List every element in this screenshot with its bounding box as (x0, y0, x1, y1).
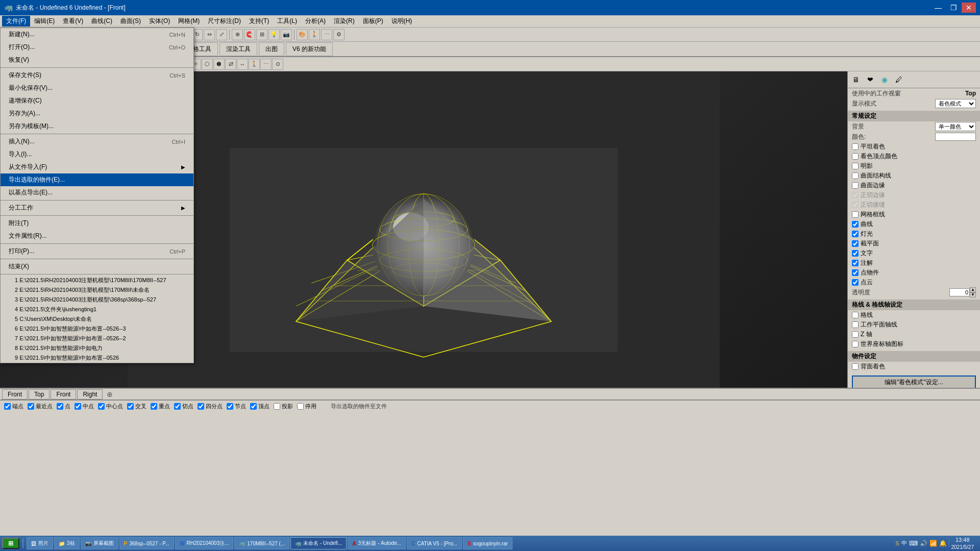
menu-edit[interactable]: 编辑(E) (30, 16, 59, 27)
status-nearest[interactable]: 最近点 (28, 403, 53, 410)
status-knot2[interactable]: 节点 (227, 403, 246, 410)
dm-recent-4[interactable]: 4 E:\2021.5\文件夹\jiushengting1 (1, 305, 193, 314)
panel-annotations-cb[interactable] (852, 260, 859, 266)
dm-import-file[interactable]: 从文件导入(F) ▶ (1, 161, 193, 173)
start-button[interactable]: ⊞ (2, 538, 19, 549)
tray-sogou-icon[interactable]: S (895, 540, 899, 546)
status-disable[interactable]: 停用 (297, 403, 316, 410)
menu-solid[interactable]: 实体(O) (145, 16, 174, 27)
tab-v6-new[interactable]: V6 的新功能 (286, 42, 333, 56)
panel-tangent-seam-cb[interactable] (852, 202, 859, 208)
status-quadrant-cb[interactable] (198, 403, 204, 410)
panel-background-select[interactable]: 单一颜色 (935, 122, 976, 131)
taskbar-autocad[interactable]: A 3无标题 - Autode... (348, 537, 406, 549)
tool-22[interactable]: 🚶 (249, 59, 260, 70)
dm-notes[interactable]: 附注(T) (1, 217, 193, 230)
status-knot[interactable]: 重点 (151, 403, 170, 410)
taskbar-screenshot[interactable]: 📷 屏幕截图 (81, 537, 118, 549)
toolbar-gumball[interactable]: ⊕ (232, 29, 243, 40)
panel-display-mode-select[interactable]: 着色模式 (935, 99, 976, 108)
menu-analysis[interactable]: 分析(A) (301, 16, 330, 27)
menu-dim[interactable]: 尺寸标注(D) (204, 16, 245, 27)
toolbar-walk[interactable]: 🚶 (309, 29, 320, 40)
dm-open[interactable]: 打开(O)... Ctrl+O (1, 41, 193, 54)
tab-drafting[interactable]: 出图 (259, 42, 284, 56)
panel-transparency-input[interactable] (949, 288, 970, 296)
status-center-cb[interactable] (98, 403, 105, 410)
taskbar-rhino2[interactable]: 🦏 未命名 - Undefi... (290, 537, 347, 549)
panel-background-dropdown[interactable]: 单一颜色 (935, 122, 976, 131)
btab-front-2[interactable]: Front (51, 389, 76, 399)
toolbar-more[interactable]: ⋯ (321, 29, 332, 40)
toolbar-settings[interactable]: ⚙ (333, 29, 345, 40)
panel-curves-cb[interactable] (852, 221, 859, 228)
toolbar-scale[interactable]: ⤢ (216, 29, 227, 40)
toolbar-grid[interactable]: ⊞ (256, 29, 267, 40)
panel-icon-paint[interactable]: 🖊 (893, 73, 905, 86)
tab-render-tools[interactable]: 渲染工具 (219, 42, 257, 56)
status-midpoint[interactable]: 中点 (75, 403, 94, 410)
dm-export-point[interactable]: 以基点导出(E)... (1, 186, 193, 199)
dm-recent-3[interactable]: 3 E:\2021.5\RH202104003注塑机模型\368sp\368sp… (1, 295, 193, 305)
dm-recent-6[interactable]: 6 E:\2021.5\中如智慧能源\中如布置--0526--3 (1, 324, 193, 334)
status-project[interactable]: 投影 (274, 403, 293, 410)
panel-flat-shading-cb[interactable] (852, 143, 859, 150)
taskbar-catia[interactable]: C CATIA V5 - [Pro... (407, 537, 462, 549)
menu-panel[interactable]: 面板(P) (359, 16, 387, 27)
status-endpoint-cb[interactable] (4, 403, 11, 410)
btab-right[interactable]: Right (77, 389, 103, 399)
toolbar-camera[interactable]: 📷 (281, 29, 292, 40)
menu-render[interactable]: 渲染(R) (330, 16, 359, 27)
dm-recent-7[interactable]: 7 E:\2021.5\中如智慧能源\中如布置--0526--2 (1, 334, 193, 343)
taskbar-rhino1[interactable]: 🦏 170M8II--527 (... (234, 537, 289, 549)
status-project-cb[interactable] (274, 403, 280, 410)
panel-point-objects-cb[interactable] (852, 269, 859, 276)
menu-view[interactable]: 查看(V) (59, 16, 87, 27)
status-intersect[interactable]: 交叉 (127, 403, 146, 410)
status-center[interactable]: 中心点 (98, 403, 123, 410)
panel-grid-cb[interactable] (852, 312, 859, 318)
status-midpoint-cb[interactable] (75, 403, 81, 410)
minimize-button[interactable]: — (931, 3, 945, 13)
tool-18[interactable]: ⬡ (202, 59, 213, 70)
status-vertex[interactable]: 顶点 (250, 403, 270, 410)
dm-save-min[interactable]: 最小化保存(V)... (1, 82, 193, 94)
dm-insert[interactable]: 插入(N)... Ctrl+I (1, 135, 193, 148)
maximize-button[interactable]: ❐ (946, 3, 961, 13)
btab-top[interactable]: Top (29, 389, 50, 399)
panel-edit-button[interactable]: 编辑"着色模式"设定... (852, 375, 976, 388)
status-nearest-cb[interactable] (28, 403, 34, 410)
status-point[interactable]: 点 (57, 403, 70, 410)
dm-import[interactable]: 导入(I)... (1, 148, 193, 161)
dm-properties[interactable]: 文件属性(R)... (1, 230, 193, 242)
close-button[interactable]: ✕ (962, 3, 976, 13)
panel-transparency-down[interactable]: ▼ (970, 292, 976, 297)
status-knot2-cb[interactable] (227, 403, 233, 410)
taskbar-word[interactable]: W RH202104003注... (175, 537, 233, 549)
panel-workplane-cb[interactable] (852, 321, 859, 328)
tool-20[interactable]: ⇄ (225, 59, 236, 70)
panel-color-swatch[interactable] (935, 133, 976, 141)
tray-sound-icon[interactable]: 🔊 (920, 540, 927, 547)
panel-vertex-color-cb[interactable] (852, 153, 859, 160)
panel-lights-cb[interactable] (852, 231, 859, 237)
dm-export-selected[interactable]: 导出选取的物件(E)... (1, 173, 193, 186)
taskbar-sogou[interactable]: S sogoupinyin.rar (463, 537, 512, 549)
panel-clipping-cb[interactable] (852, 240, 859, 247)
menu-mesh[interactable]: 网格(M) (174, 16, 204, 27)
panel-icon-display[interactable]: 🖥 (850, 73, 862, 86)
dm-recent-9[interactable]: 9 E:\2021.5\中如智慧能源\中如布置--0526 (1, 353, 193, 363)
panel-icon-sphere[interactable]: ◉ (878, 73, 891, 86)
status-disable-cb[interactable] (297, 403, 304, 410)
dm-save-template[interactable]: 另存为模板(M)... (1, 120, 193, 133)
status-tangent-cb[interactable] (174, 403, 181, 410)
status-knot-cb[interactable] (151, 403, 157, 410)
tool-19[interactable]: ⬢ (213, 59, 225, 70)
tool-24[interactable]: ⊙ (272, 59, 283, 70)
panel-tangent-edge-cb[interactable] (852, 192, 859, 198)
panel-point-cloud-cb[interactable] (852, 279, 859, 286)
btab-front-1[interactable]: Front (2, 389, 28, 399)
status-intersect-cb[interactable] (127, 403, 134, 410)
panel-mesh-lines-cb[interactable] (852, 211, 859, 218)
dm-recent-8[interactable]: 8 E:\2021.5\中如智慧能源\中如电力 (1, 343, 193, 353)
